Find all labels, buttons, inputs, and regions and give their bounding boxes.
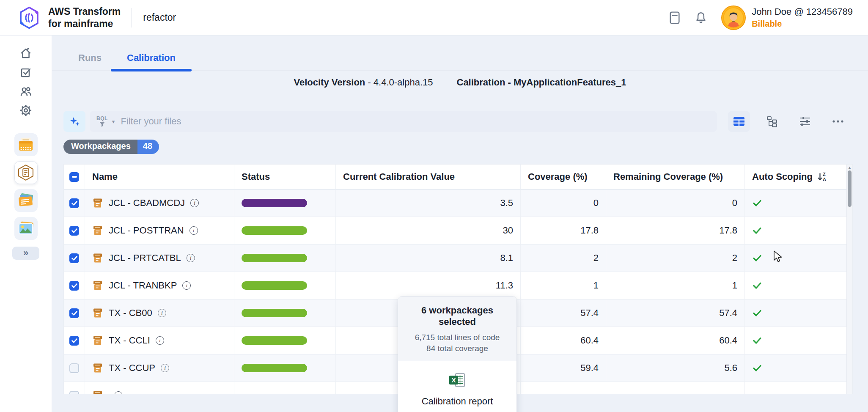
filter-box[interactable]: BQL ▾	[90, 111, 717, 132]
svg-text:X: X	[451, 376, 456, 384]
ai-assist-button[interactable]	[63, 111, 85, 132]
coverage-cell: 17.8	[521, 217, 606, 244]
divider	[132, 8, 132, 27]
info-icon[interactable]: i	[190, 199, 199, 207]
documentation-button[interactable]	[665, 8, 684, 27]
status-cell	[234, 382, 336, 394]
tab-runs[interactable]: Runs	[69, 52, 111, 70]
sort-descending-icon[interactable]: Z A	[817, 171, 829, 182]
column-header-remaining-coverage[interactable]: Remaining Coverage (%)	[606, 165, 745, 190]
user-block[interactable]: John Doe @ 123456789 Billable	[752, 6, 853, 29]
filter-input[interactable]	[121, 116, 710, 127]
preferences-button[interactable]	[794, 111, 816, 132]
velocity-version: Velocity Version - 4.4.0-alpha.15	[294, 77, 433, 88]
name-cell: TX - CCUP i	[85, 354, 234, 382]
workpackage-name: TX - CCUP	[109, 363, 155, 374]
row-checkbox[interactable]	[69, 363, 79, 373]
table-row[interactable]: JCL - CBADMCDJ i 3.5 0 0	[64, 190, 852, 217]
sidebar-app-files[interactable]	[14, 133, 38, 156]
name-cell: JCL - POSTTRAN i	[85, 217, 234, 244]
name-cell: JCL - TRANBKP i	[85, 272, 234, 299]
app-page: AWS Transform for mainframe refactor	[0, 0, 868, 412]
workpackage-file-icon	[92, 390, 103, 394]
tree-view-button[interactable]	[761, 111, 783, 132]
filter-mode[interactable]: BQL	[96, 116, 108, 127]
row-checkbox[interactable]	[69, 308, 79, 318]
gear-icon	[19, 104, 33, 117]
selection-popover: 6 workpackages selected 6,715 total line…	[398, 296, 517, 412]
row-checkbox[interactable]	[69, 391, 79, 395]
workpackage-file-icon	[92, 225, 103, 236]
column-header-name[interactable]: Name	[85, 165, 234, 190]
workpackage-name: JCL - CBADMCDJ	[109, 198, 185, 209]
info-icon[interactable]: i	[190, 226, 198, 235]
status-cell	[234, 272, 336, 299]
sidebar-item-settings[interactable]	[16, 101, 35, 119]
column-header-coverage[interactable]: Coverage (%)	[521, 165, 606, 190]
info-icon[interactable]: i	[114, 391, 123, 394]
billable-badge: Billable	[752, 18, 853, 29]
info-icon[interactable]: i	[156, 336, 164, 345]
workpackage-file-icon	[92, 253, 103, 264]
table-view-button[interactable]	[728, 111, 750, 132]
vertical-scrollbar[interactable]: ▲	[846, 165, 852, 394]
row-checkbox[interactable]	[69, 253, 79, 263]
sidebar-collapse-button[interactable]: »	[12, 247, 39, 260]
remaining-coverage-cell	[606, 382, 745, 394]
status-bar	[242, 199, 307, 207]
badge-count: 48	[137, 140, 159, 154]
status-bar	[242, 336, 307, 345]
table-row[interactable]: JCL - PRTCATBL i 8.1 2 2	[64, 244, 852, 272]
chevron-down-icon[interactable]: ▾	[112, 118, 115, 125]
sidebar-item-home[interactable]	[16, 44, 35, 62]
column-header-current-calibration-value[interactable]: Current Calibration Value	[336, 165, 521, 190]
gallery-app-icon	[17, 220, 35, 236]
more-actions-button[interactable]	[827, 111, 849, 132]
header-select-all-cell	[64, 165, 85, 190]
info-icon[interactable]: i	[182, 281, 191, 290]
select-all-checkbox[interactable]	[69, 172, 79, 182]
selection-total-coverage: 84 total coverage	[404, 344, 511, 353]
row-checkbox[interactable]	[69, 336, 79, 346]
auto-scoping-cell	[745, 327, 847, 354]
notifications-button[interactable]	[692, 8, 710, 27]
table-row[interactable]: JCL - TRANBKP i 11.3 1 1	[64, 272, 852, 299]
sidebar: »	[0, 36, 52, 412]
users-icon	[19, 85, 33, 98]
sparkle-icon	[69, 115, 80, 127]
workpackage-file-icon	[92, 308, 103, 319]
cards-stack-app-icon	[17, 192, 35, 209]
brand-title: AWS Transform for mainframe	[48, 5, 121, 29]
column-header-status[interactable]: Status	[234, 165, 336, 190]
workpackage-file-icon	[92, 363, 103, 374]
sidebar-app-workpackages[interactable]	[14, 161, 38, 184]
notebook-icon	[668, 11, 681, 25]
row-checkbox[interactable]	[69, 281, 79, 291]
user-avatar[interactable]	[721, 5, 746, 30]
remaining-coverage-cell: 60.4	[606, 327, 745, 354]
sidebar-item-tasks[interactable]	[16, 63, 35, 81]
row-checkbox[interactable]	[69, 226, 79, 236]
auto-scoping-check-icon	[752, 198, 762, 208]
workpackage-name: JCL - TRANBKP	[109, 280, 177, 291]
sidebar-app-cards[interactable]	[14, 189, 38, 212]
sidebar-item-users[interactable]	[16, 82, 35, 100]
scrollbar-up-arrow[interactable]: ▲	[847, 165, 852, 170]
status-cell	[234, 190, 336, 217]
row-checkbox[interactable]	[69, 198, 79, 208]
hexagon-workpackage-app-icon	[16, 163, 35, 182]
scrollbar-thumb[interactable]	[848, 170, 852, 207]
aws-transform-logo-icon	[17, 5, 41, 30]
workpackages-badge: Workpackages 48	[63, 140, 159, 154]
column-header-auto-scoping[interactable]: Auto Scoping Z A	[745, 165, 847, 190]
info-icon[interactable]: i	[161, 364, 169, 372]
info-icon[interactable]: i	[187, 254, 195, 262]
remaining-coverage-cell: 2	[606, 244, 745, 272]
coverage-cell: 1	[521, 272, 606, 299]
auto-scoping-cell	[745, 382, 847, 394]
tab-calibration[interactable]: Calibration	[111, 52, 192, 70]
sidebar-app-gallery[interactable]	[14, 217, 38, 240]
calibration-report-action[interactable]: X Calibration report	[398, 361, 516, 412]
info-icon[interactable]: i	[158, 309, 166, 317]
table-row[interactable]: JCL - POSTTRAN i 30 17.8 17.8	[64, 217, 852, 244]
